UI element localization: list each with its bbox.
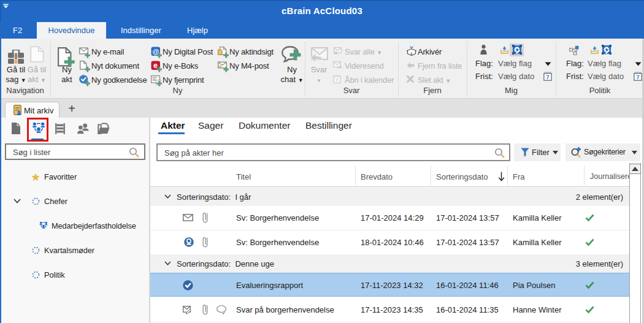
- svg-text:7: 7: [636, 74, 639, 80]
- svg-text:7: 7: [546, 74, 549, 80]
- svg-text:@: @: [152, 48, 159, 55]
- svg-text:7: 7: [335, 77, 339, 83]
